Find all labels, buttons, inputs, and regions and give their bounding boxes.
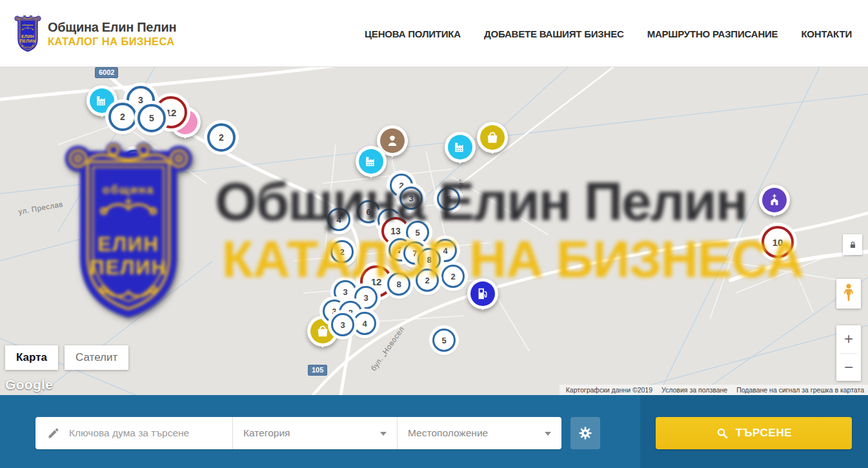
factory-icon: [453, 140, 467, 154]
map-cluster-marker[interactable]: 6: [357, 200, 380, 223]
category-select[interactable]: Категория: [232, 417, 397, 449]
church-icon: [767, 193, 782, 207]
pin-circle: [762, 188, 787, 212]
nav-add-business[interactable]: ДОБАВЕТЕ ВАШИЯТ БИЗНЕС: [484, 28, 624, 39]
cluster-count: 12: [371, 276, 382, 287]
main-nav: ЦЕНОВА ПОЛИТИКА ДОБАВЕТЕ ВАШИЯТ БИЗНЕС М…: [365, 0, 852, 67]
map-type-satellite-button[interactable]: Сателит: [65, 345, 128, 370]
map-cluster-marker[interactable]: 3: [399, 187, 423, 210]
map-cluster-marker[interactable]: 4: [327, 208, 350, 231]
keyword-field: [35, 417, 232, 449]
map-cluster-marker[interactable]: 5: [437, 187, 460, 210]
chevron-down-icon: [380, 432, 387, 439]
map-cluster-marker[interactable]: 2: [416, 269, 439, 292]
map-cluster-marker[interactable]: [123, 150, 146, 173]
worker-icon: [385, 134, 399, 148]
map-cluster-marker[interactable]: 5: [432, 329, 456, 352]
map-cluster-marker[interactable]: 3: [331, 313, 354, 336]
pin-circle: [448, 135, 472, 159]
keyword-input[interactable]: [68, 427, 225, 440]
cluster-count: 4: [336, 215, 341, 225]
advanced-settings-button[interactable]: [570, 417, 600, 449]
pin-circle: [380, 128, 405, 153]
municipality-crest-icon: община ЕЛИН ПЕЛИН: [14, 14, 41, 53]
map-pin-church[interactable]: [762, 188, 787, 212]
cluster-count: 3: [138, 95, 143, 105]
pin-circle: [359, 149, 383, 174]
markers-layer: 3122522356471352274822128333843510: [0, 67, 868, 395]
cluster-count: 2: [450, 272, 455, 281]
site-subtitle: КАТАЛОГ НА БИЗНЕСА: [48, 35, 176, 48]
zoom-control: + −: [836, 325, 861, 381]
map-cluster-marker[interactable]: 2: [108, 103, 137, 131]
map-pin-fuel[interactable]: [470, 281, 495, 306]
cluster-count: 12: [166, 107, 177, 118]
cluster-count: 2: [120, 112, 125, 122]
pencil-icon: [47, 427, 60, 440]
zoom-in-button[interactable]: +: [836, 325, 861, 353]
cluster-count: 8: [427, 255, 431, 265]
map-pin-factory[interactable]: [359, 149, 383, 174]
site-title: Община Елин Пелин: [48, 19, 176, 35]
search-icon: [716, 427, 729, 440]
fuel-icon: [476, 287, 490, 301]
map-cluster-marker[interactable]: 4: [353, 312, 376, 335]
map-cluster-marker[interactable]: 2: [330, 240, 354, 263]
factory-icon: [364, 154, 378, 168]
svg-text:ПЕЛИН: ПЕЛИН: [19, 39, 35, 43]
nav-contacts[interactable]: КОНТАКТИ: [801, 28, 852, 39]
cluster-count: 3: [343, 287, 347, 297]
cluster-count: 2: [339, 247, 344, 257]
category-select-label: Категория: [243, 427, 290, 439]
map-pin-bag[interactable]: [480, 125, 505, 150]
lock-control[interactable]: [843, 234, 862, 255]
cluster-count: 3: [340, 320, 345, 330]
attribution-report-link[interactable]: Подаване на сигнал за грешка в картата: [736, 386, 864, 394]
page: община ЕЛИН ПЕЛИН Община Елин Пелин КАТА…: [0, 0, 868, 468]
cluster-count: 4: [362, 319, 367, 329]
map-cluster-marker[interactable]: 5: [406, 221, 429, 244]
map-cluster-marker[interactable]: 8: [387, 272, 410, 296]
cluster-count: 2: [425, 276, 429, 285]
map-cluster-marker[interactable]: 5: [137, 104, 166, 132]
map-cluster-marker[interactable]: 10: [762, 226, 794, 258]
bag-icon: [316, 324, 330, 338]
map-attribution: Картографски данни ©2019 Условия за полз…: [560, 385, 868, 395]
google-map[interactable]: 6002105 ул. Преславбул. „Новоселция" 312…: [0, 67, 868, 395]
search-button-label: ТЪРСЕНЕ: [736, 427, 792, 440]
map-cluster-marker[interactable]: 2: [207, 123, 236, 152]
nav-route-schedule[interactable]: МАРШРУТНО РАЗПИСАНИЕ: [647, 28, 778, 39]
cluster-count: 2: [398, 245, 402, 255]
map-pin-factory[interactable]: [448, 135, 472, 159]
svg-text:ЕЛИН: ЕЛИН: [21, 34, 34, 39]
cluster-count: 3: [363, 293, 368, 303]
cluster-count: 6: [366, 207, 370, 217]
factory-icon: [95, 94, 109, 108]
site-logo[interactable]: община ЕЛИН ПЕЛИН Община Елин Пелин КАТА…: [14, 14, 176, 53]
cluster-count: 8: [396, 280, 401, 289]
lock-icon: [847, 239, 858, 250]
google-logo[interactable]: Google: [5, 377, 53, 392]
zoom-out-button[interactable]: −: [836, 354, 861, 382]
cluster-count: 5: [446, 194, 450, 204]
bag-icon: [485, 130, 500, 145]
cluster-count: 7: [412, 249, 417, 258]
search-panel: Категория Местоположение ТЪРСЕНЕ: [0, 395, 868, 468]
gear-icon: [577, 425, 594, 442]
map-type-map-button[interactable]: Карта: [5, 345, 58, 370]
pegman-icon: [840, 283, 857, 305]
pin-circle: [470, 281, 495, 306]
attribution-terms-link[interactable]: Условия за ползване: [661, 386, 727, 394]
pegman-control[interactable]: [836, 279, 861, 309]
location-select-label: Местоположение: [408, 427, 488, 439]
map-cluster-marker[interactable]: 8: [418, 248, 441, 271]
map-cluster-marker[interactable]: 2: [441, 265, 465, 288]
nav-price-policy[interactable]: ЦЕНОВА ПОЛИТИКА: [365, 28, 461, 39]
cluster-count: 2: [219, 132, 224, 143]
location-select[interactable]: Местоположение: [397, 417, 561, 449]
brand-text: Община Елин Пелин КАТАЛОГ НА БИЗНЕСА: [48, 19, 176, 48]
cluster-count: 5: [441, 336, 446, 345]
pin-circle: [480, 125, 505, 150]
map-pin-worker[interactable]: [380, 128, 405, 153]
search-button[interactable]: ТЪРСЕНЕ: [656, 417, 852, 449]
